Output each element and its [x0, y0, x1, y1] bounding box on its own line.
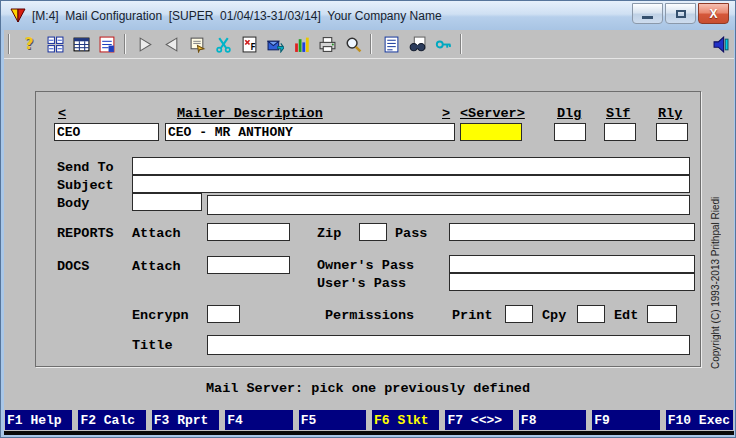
server-field[interactable]: [460, 123, 522, 141]
mailer-code-field[interactable]: [54, 123, 159, 141]
next-arrow-icon: [137, 36, 154, 53]
properties-button[interactable]: [184, 33, 210, 55]
body-text-field[interactable]: [207, 195, 690, 215]
edt-label: Edt: [614, 308, 638, 323]
find-binoculars-icon: [409, 36, 426, 53]
header-open-bracket: <: [58, 106, 66, 121]
next-button[interactable]: [132, 33, 158, 55]
table-icon: [73, 36, 90, 53]
calendar-button[interactable]: [94, 33, 120, 55]
key-icon: [435, 36, 452, 53]
reports-pass-field[interactable]: [449, 223, 695, 241]
svg-text:F: F: [250, 41, 255, 51]
header-server: <Server>: [460, 106, 525, 121]
fkey-f6-slkt[interactable]: F6 Slkt: [372, 410, 439, 430]
close-button[interactable]: X: [698, 3, 729, 24]
docs-label: DOCS: [57, 259, 89, 274]
fkey-f3-rprt[interactable]: F3 Rprt: [152, 410, 219, 430]
fkey-f2-calc[interactable]: F2 Calc: [78, 410, 145, 430]
cpy-field[interactable]: [577, 305, 605, 323]
copyright-vertical: Copyright (C) 1993-2013 Prithpal Riedi: [710, 119, 724, 369]
fkey-f8[interactable]: F8: [519, 410, 586, 430]
encrypn-label: Encrypn: [132, 308, 189, 323]
header-slf: Slf: [606, 106, 630, 121]
fkey-f10-exec[interactable]: F10 Exec: [666, 410, 733, 430]
print-label: Print: [452, 308, 493, 323]
close-icon: X: [709, 7, 717, 21]
minimize-button[interactable]: [632, 3, 663, 24]
header-dlg: Dlg: [557, 106, 581, 121]
toolbar: ?: [4, 30, 734, 59]
chart-button[interactable]: [288, 33, 314, 55]
toolbar-separator: [124, 34, 126, 54]
reports-attach-field[interactable]: [207, 223, 290, 241]
slf-field[interactable]: [604, 123, 636, 141]
rly-field[interactable]: [656, 123, 688, 141]
mail-config-form: < Mailer Description > <Server> Dlg Slf …: [35, 91, 701, 367]
toolbar-grip: [8, 34, 10, 54]
header-mailer-description: Mailer Description: [177, 106, 323, 121]
header-rly: Rly: [658, 106, 682, 121]
form-f-icon: F: [241, 36, 258, 53]
app-window: [M:4] Mail Configuration [SUPER 01/04/13…: [0, 0, 736, 438]
previous-button[interactable]: [158, 33, 184, 55]
reports-attach-label: Attach: [132, 226, 181, 241]
status-message: Mail Server: pick one previously defined: [35, 381, 701, 396]
send-to-label: Send To: [57, 160, 114, 175]
header-close-bracket: >: [442, 106, 450, 121]
help-button[interactable]: ?: [16, 33, 42, 55]
exit-button[interactable]: [708, 33, 734, 55]
users-pass-label: User's Pass: [317, 276, 406, 291]
maximize-button[interactable]: [665, 3, 696, 24]
edt-field[interactable]: [647, 305, 677, 323]
table-button[interactable]: [68, 33, 94, 55]
encrypn-field[interactable]: [207, 305, 240, 323]
zoom-button[interactable]: [340, 33, 366, 55]
fkey-f5[interactable]: F5: [299, 410, 366, 430]
title-field[interactable]: [207, 335, 690, 355]
minimize-icon: [642, 16, 653, 19]
fkey-f7-browse[interactable]: F7 <<>>: [445, 410, 512, 430]
send-mail-button[interactable]: [262, 33, 288, 55]
body-code-field[interactable]: [132, 193, 202, 211]
mailer-description-field[interactable]: [165, 123, 455, 141]
grid-button[interactable]: [42, 33, 68, 55]
pass-label: Pass: [395, 226, 427, 241]
subject-label: Subject: [57, 178, 114, 193]
send-to-field[interactable]: [132, 157, 690, 175]
app-logo-icon: [10, 8, 26, 24]
list-button[interactable]: [378, 33, 404, 55]
send-mail-icon: [267, 36, 284, 53]
grid-icon: [47, 36, 64, 53]
bottom-strip: [4, 431, 734, 435]
key-button[interactable]: [430, 33, 456, 55]
title-label: Title: [132, 338, 173, 353]
zip-label: Zip: [317, 226, 341, 241]
body-label: Body: [57, 196, 89, 211]
users-pass-field[interactable]: [449, 273, 695, 291]
function-key-bar: F1 Help F2 Calc F3 Rprt F4 F5 F6 Slkt F7…: [4, 409, 734, 431]
fkey-f1-help[interactable]: F1 Help: [5, 410, 72, 430]
help-icon: ?: [25, 35, 34, 53]
docs-attach-field[interactable]: [207, 256, 290, 274]
owners-pass-label: Owner's Pass: [317, 258, 414, 273]
window-controls: X: [632, 3, 729, 24]
zip-field[interactable]: [359, 223, 387, 241]
print-button[interactable]: [314, 33, 340, 55]
cut-scissors-icon: [215, 36, 232, 53]
find-button[interactable]: [404, 33, 430, 55]
window-title: [M:4] Mail Configuration [SUPER 01/04/13…: [32, 9, 632, 23]
owners-pass-field[interactable]: [449, 255, 695, 273]
permissions-label: Permissions: [325, 308, 414, 323]
print-field[interactable]: [505, 305, 533, 323]
zoom-magnifier-icon: [345, 36, 362, 53]
form-button[interactable]: F: [236, 33, 262, 55]
fkey-f9[interactable]: F9: [592, 410, 659, 430]
fkey-f4[interactable]: F4: [225, 410, 292, 430]
dlg-field[interactable]: [554, 123, 586, 141]
subject-field[interactable]: [132, 175, 690, 193]
cut-button[interactable]: [210, 33, 236, 55]
titlebar: [M:4] Mail Configuration [SUPER 01/04/13…: [1, 1, 735, 30]
calendar-icon: [99, 36, 116, 53]
list-icon: [383, 36, 400, 53]
